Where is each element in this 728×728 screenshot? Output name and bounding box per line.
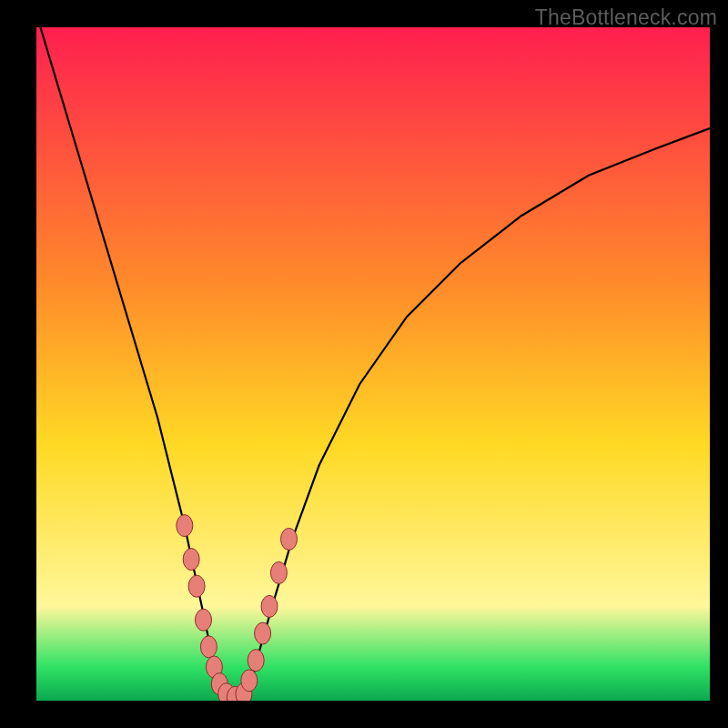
data-marker [241, 670, 258, 692]
data-marker [261, 595, 278, 617]
watermark-text: TheBottleneck.com [535, 5, 717, 30]
data-marker [177, 515, 193, 537]
data-marker [183, 549, 199, 571]
data-marker [248, 650, 264, 672]
marker-group [177, 515, 298, 701]
data-marker [255, 622, 271, 644]
data-marker [281, 528, 298, 550]
chart-frame: TheBottleneck.com [0, 0, 728, 728]
data-marker [196, 609, 212, 631]
data-marker [270, 561, 287, 583]
plot-area [36, 27, 710, 701]
bottleneck-curve [36, 27, 710, 697]
data-marker [188, 575, 205, 597]
data-marker [200, 636, 217, 658]
curve-layer [36, 27, 710, 701]
